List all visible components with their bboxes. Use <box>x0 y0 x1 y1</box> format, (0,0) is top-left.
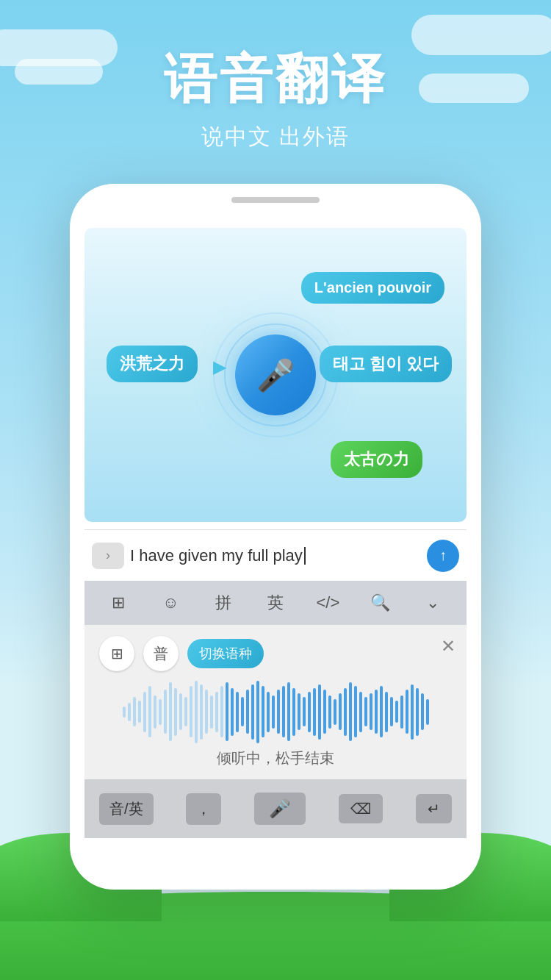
wave-bar <box>267 692 270 732</box>
bubble-korean: 태고 힘이 있다 <box>320 346 452 382</box>
wave-bar <box>277 690 280 734</box>
keyboard-comma-key[interactable]: ， <box>186 793 221 825</box>
keyboard-enter-key[interactable]: ↵ <box>416 794 452 823</box>
keyboard-mic-key[interactable]: 🎤 <box>254 793 306 825</box>
toolbar-search-icon[interactable]: 🔍 <box>362 587 399 619</box>
wave-bar <box>236 692 239 732</box>
bottom-keyboard: 音/英 ， 🎤 ⌫ ↵ <box>84 779 467 838</box>
toolbar-expand-icon[interactable]: ⌄ <box>414 587 451 619</box>
microphone-icon: 🎤 <box>256 357 295 393</box>
wave-bar <box>262 686 264 737</box>
wave-bar <box>251 684 254 740</box>
mic-button[interactable]: 🎤 <box>235 335 316 415</box>
phone-mockup: L'ancien pouvoir 洪荒之力 ▶ 🎤 ▶ 태고 힘이 있다 太古の… <box>70 184 481 890</box>
text-input-field[interactable]: I have given my full play <box>130 546 421 565</box>
voice-panel: ✕ ⊞ 普 切换语种 倾听中，松手结束 <box>84 625 467 779</box>
wave-bar <box>174 688 177 736</box>
wave-bar <box>195 681 198 743</box>
wave-bar <box>200 684 203 740</box>
phone-screen: L'ancien pouvoir 洪荒之力 ▶ 🎤 ▶ 태고 힘이 있다 太古の… <box>84 221 467 890</box>
wave-bar <box>154 695 156 729</box>
wave-bar <box>426 699 429 725</box>
input-text-content: I have given my full play <box>130 546 303 565</box>
phone-notch <box>231 197 320 203</box>
wave-bar <box>421 693 424 730</box>
voice-switch-language-button[interactable]: 切换语种 <box>187 639 264 668</box>
voice-grid-button[interactable]: ⊞ <box>99 636 134 671</box>
wave-bar <box>344 688 347 736</box>
wave-bar <box>354 686 357 737</box>
keyboard-delete-key[interactable]: ⌫ <box>339 794 383 823</box>
wave-bar <box>308 692 311 732</box>
translation-area: L'ancien pouvoir 洪荒之力 ▶ 🎤 ▶ 태고 힘이 있다 太古の… <box>84 228 467 522</box>
wave-bar <box>179 693 182 730</box>
wave-bar <box>318 684 321 740</box>
wave-bar <box>292 688 295 736</box>
wave-bar <box>159 699 162 725</box>
title-area: 语音翻译 说中文 出外语 <box>0 44 551 152</box>
wave-bar <box>303 697 306 726</box>
wave-bar <box>334 699 336 725</box>
toolbar-emoji-icon[interactable]: ☺ <box>152 587 189 619</box>
bubble-japanese: 太古の力 <box>331 441 422 478</box>
wave-bar <box>282 686 285 737</box>
text-cursor <box>304 547 306 565</box>
wave-bar <box>220 686 223 737</box>
toolbar-grid-icon[interactable]: ⊞ <box>100 587 137 619</box>
wave-bar <box>210 695 213 729</box>
voice-pu-button[interactable]: 普 <box>143 636 179 671</box>
wave-bar <box>359 692 362 732</box>
wave-bar <box>370 693 372 730</box>
wave-bar <box>287 682 290 741</box>
wave-bar <box>272 695 275 729</box>
wave-bar <box>133 697 136 726</box>
wave-bar <box>411 684 414 740</box>
voice-panel-controls: ⊞ 普 切换语种 <box>99 636 452 671</box>
wave-bar <box>190 686 192 737</box>
wave-bar <box>390 697 393 726</box>
close-button[interactable]: ✕ <box>441 636 455 657</box>
send-button[interactable]: ↑ <box>427 540 459 572</box>
main-title: 语音翻译 <box>0 44 551 115</box>
wave-bar <box>215 692 218 732</box>
wave-bar <box>138 701 141 723</box>
toolbar-english-btn[interactable]: 英 <box>257 587 294 619</box>
wave-bar <box>313 688 316 736</box>
wave-bar <box>231 688 234 736</box>
audio-waveform <box>99 682 452 741</box>
wave-bar <box>400 695 403 729</box>
wave-bar <box>323 690 326 734</box>
bubble-french: L'ancien pouvoir <box>301 272 444 304</box>
wave-bar <box>375 690 378 734</box>
toolbar-pinyin-btn[interactable]: 拼 <box>205 587 242 619</box>
wave-bar <box>164 690 167 734</box>
wave-bar <box>416 688 419 736</box>
input-arrow-button[interactable]: › <box>92 543 124 569</box>
wave-bar <box>184 697 187 726</box>
wave-bar <box>148 686 151 737</box>
wave-bar <box>395 701 398 723</box>
wave-bar <box>298 693 300 730</box>
voice-hint-text: 倾听中，松手结束 <box>99 748 452 768</box>
keyboard-audio-english-key[interactable]: 音/英 <box>99 793 154 825</box>
wave-bar <box>205 690 208 734</box>
wave-bar <box>128 703 131 721</box>
sub-title: 说中文 出外语 <box>0 122 551 152</box>
wave-bar <box>339 693 342 730</box>
wave-bar <box>380 686 383 737</box>
wave-bar <box>123 707 126 718</box>
wave-bar <box>406 690 408 734</box>
wave-bar <box>349 682 352 741</box>
input-area: › I have given my full play ↑ <box>84 529 467 581</box>
toolbar-code-icon[interactable]: </> <box>309 587 346 619</box>
wave-bar <box>169 682 172 741</box>
wave-bar <box>241 697 244 726</box>
wave-bar <box>246 690 249 734</box>
wave-bar <box>256 681 259 743</box>
wave-bar <box>226 682 228 741</box>
wave-bar <box>364 697 367 726</box>
keyboard-toolbar: ⊞ ☺ 拼 英 </> 🔍 ⌄ <box>84 581 467 625</box>
wave-bar <box>143 692 146 732</box>
wave-bar <box>385 692 388 732</box>
bubble-chinese: 洪荒之力 <box>107 346 198 382</box>
